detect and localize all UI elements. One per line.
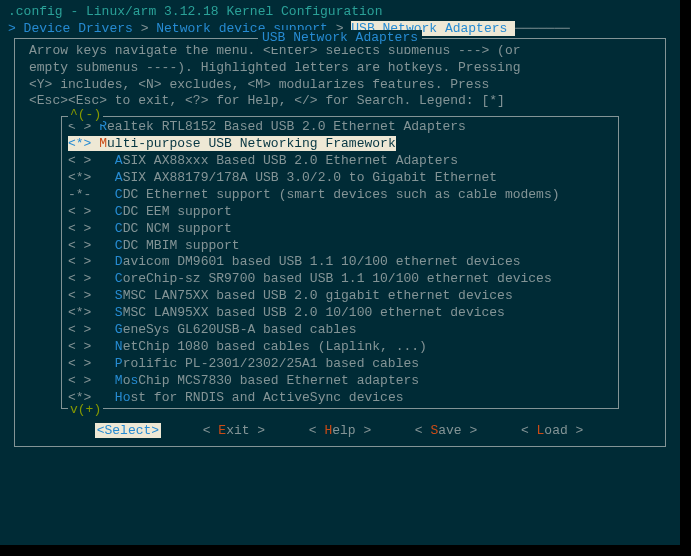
help-text: Arrow keys navigate the menu. <Enter> se… — [25, 41, 655, 113]
help-button[interactable]: < Help > — [307, 423, 373, 438]
scroll-up-indicator[interactable]: ^(-) — [68, 107, 103, 124]
load-button[interactable]: < Load > — [519, 423, 585, 438]
save-button[interactable]: < Save > — [413, 423, 479, 438]
menu-item[interactable]: < > Davicom DM9601 based USB 1.1 10/100 … — [62, 254, 618, 271]
exit-button[interactable]: < Exit > — [201, 423, 267, 438]
menu-item[interactable]: < > NetChip 1080 based cables (Laplink, … — [62, 339, 618, 356]
menu-item[interactable]: -*- CDC Ethernet support (smart devices … — [62, 187, 618, 204]
menuconfig-window: .config - Linux/arm 3.12.18 Kernel Confi… — [0, 0, 680, 545]
menu-item[interactable]: <*> SMSC LAN95XX based USB 2.0 10/100 et… — [62, 305, 618, 322]
window-title: .config - Linux/arm 3.12.18 Kernel Confi… — [8, 4, 672, 21]
button-bar: <Select> < Exit > < Help > < Save > < Lo… — [25, 423, 655, 440]
menu-item[interactable]: < > Prolific PL-2301/2302/25A1 based cab… — [62, 356, 618, 373]
menu-item[interactable]: < > ASIX AX88xxx Based USB 2.0 Ethernet … — [62, 153, 618, 170]
menu-item[interactable]: <*> Host for RNDIS and ActiveSync device… — [62, 390, 618, 407]
menu-item[interactable]: < > GeneSys GL620USB-A based cables — [62, 322, 618, 339]
menu-item[interactable]: < > CDC MBIM support — [62, 238, 618, 255]
outer-box: USB Network Adapters Arrow keys navigate… — [14, 38, 666, 448]
box-title: USB Network Adapters — [258, 30, 422, 47]
menu-item[interactable]: <*> Multi-purpose USB Networking Framewo… — [62, 136, 618, 153]
select-button[interactable]: <Select> — [95, 423, 161, 438]
menu-item[interactable]: < > SMSC LAN75XX based USB 2.0 gigabit e… — [62, 288, 618, 305]
menu-item[interactable]: < > CDC EEM support — [62, 204, 618, 221]
scroll-down-indicator[interactable]: v(+) — [68, 402, 103, 419]
menu-item[interactable]: <*> ASIX AX88179/178A USB 3.0/2.0 to Gig… — [62, 170, 618, 187]
menu-item[interactable]: < > MosChip MCS7830 based Ethernet adapt… — [62, 373, 618, 390]
menu-item[interactable]: < > Realtek RTL8152 Based USB 2.0 Ethern… — [62, 119, 618, 136]
menu-item[interactable]: < > CDC NCM support — [62, 221, 618, 238]
menu-item[interactable]: < > CoreChip-sz SR9700 based USB 1.1 10/… — [62, 271, 618, 288]
menu-list[interactable]: ^(-) < > Realtek RTL8152 Based USB 2.0 E… — [61, 116, 619, 409]
